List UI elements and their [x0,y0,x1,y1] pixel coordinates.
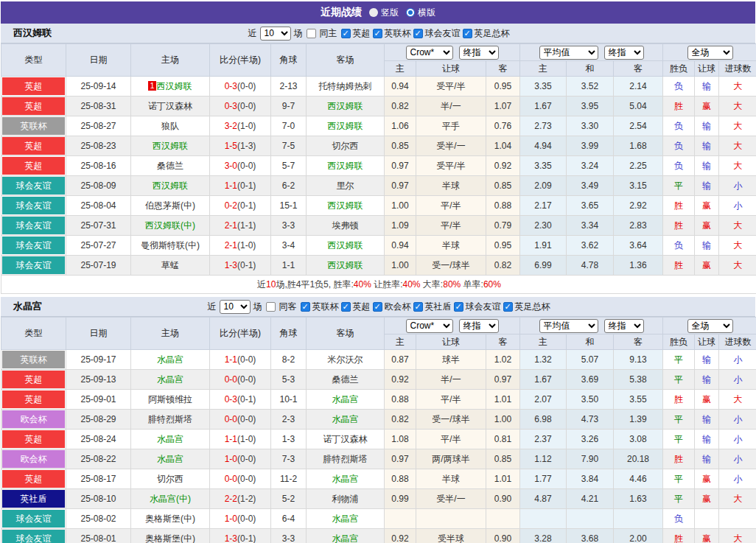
match-date: 25-08-02 [66,509,131,529]
fulltime-score: 2-1 [225,220,237,231]
summary-text: 让胜率: [371,279,403,290]
recent-count-select[interactable]: 10 [260,27,291,41]
away-team-name: 诺丁汉森林 [323,434,368,444]
handicap-away-odds: 0.82 [486,256,520,276]
home-team-name: 诺丁汉森林 [148,101,192,111]
subheader-result-handicap: 让球 [695,61,719,77]
away-team: 利物浦 [307,489,385,509]
away-team: 西汉姆联 [307,116,385,136]
match-date: 25-09-01 [66,390,131,410]
handicap-home-odds: 0.87 [385,350,416,370]
home-team-name: 曼彻斯特联(中) [141,240,200,251]
same-side-checkbox[interactable] [266,302,276,312]
match-row: 英超25-08-31诺丁汉森林0-3(0-0)9-7西汉姆联0.82半/一1.0… [1,97,756,116]
layout-option-vertical[interactable]: 竖版 [369,7,399,19]
home-team-name: 奥格斯堡(中) [145,514,195,524]
competition-badge: 英超 [2,390,65,408]
league-checkbox[interactable] [503,302,513,312]
recent-count-select[interactable]: 10 [220,300,251,314]
league-checkbox[interactable] [413,29,423,38]
handicap-line: 受平/半 [416,156,486,176]
avg-home-odds: 1.32 [520,350,567,370]
corner-score: 1-3 [271,430,307,449]
filter-bar: 水晶宫 近10场同客英联杯英超欧会杯英社盾球会友谊英足总杯 [1,297,755,317]
home-team: 腓特烈斯塔 [131,410,210,430]
home-team-name: 水晶宫 [157,454,183,464]
away-team: 米尔沃尔 [307,350,385,370]
corner-score: 6-2 [271,176,307,196]
odds-stage-select[interactable]: 终指 [459,46,499,60]
horizontal-radio-icon[interactable] [406,8,415,17]
league-checkbox[interactable] [341,29,351,38]
league-checkbox[interactable] [301,302,310,312]
odds-company-select[interactable]: Crow* [406,319,453,333]
home-team: 西汉姆联 [131,136,210,156]
avg-home-odds: 1.77 [520,469,567,489]
match-date: 25-08-16 [66,156,131,176]
fulltime-score: 2-2 [225,494,237,504]
league-checkbox[interactable] [463,29,472,38]
handicap-away-odds: 1.01 [486,390,520,410]
handicap-away-odds: 1.04 [486,136,520,156]
result-handicap: 赢 [695,196,719,216]
match-row: 球会友谊25-08-04伯恩茅斯(中)0-2(0-1)15-1西汉姆联1.00平… [1,196,756,216]
match-score: 0-0(0-0) [210,370,271,390]
match-row: 球会友谊25-08-09西汉姆联1-1(0-1)6-2里尔0.97半球0.852… [1,176,756,196]
match-date: 25-09-17 [66,350,131,370]
avg-home-odds: 3.28 [520,529,567,543]
league-checkbox[interactable] [341,302,351,312]
avg-odds-select[interactable]: 平均值 [539,46,598,60]
away-team: 水晶宫 [307,509,385,529]
match-row: 英联杯25-08-27狼队3-2(1-0)7-0西汉姆联1.06平手0.762.… [1,116,756,136]
scope-select[interactable]: 全场 [687,319,733,333]
result-goals: 大 [719,97,756,116]
corner-score: 8-2 [271,350,307,370]
away-team: 托特纳姆热刺 [307,77,385,97]
home-team-name: 切尔西 [157,474,183,484]
avg-home-odds: 1.91 [520,236,567,256]
avg-home-odds [520,509,567,529]
avg-away-odds: 2.54 [614,116,663,136]
league-label: 英联杯 [312,301,339,313]
match-row: 英超25-08-17切尔西0-0(0-0)11-2水晶宫0.88半球1.011.… [1,469,756,489]
result-goals: 小 [719,410,756,430]
halftime-score: (0-0) [237,101,256,111]
competition-badge: 球会友谊 [2,177,65,195]
home-team-name: 西汉姆联 [153,181,188,191]
vertical-radio-icon[interactable] [369,8,378,17]
away-team-name: 西汉姆联 [328,260,363,270]
match-competition: 球会友谊 [1,196,66,216]
odds-company-select[interactable]: Crow* [406,46,453,60]
avg-odds-select[interactable]: 平均值 [539,319,598,333]
competition-badge: 英超 [2,137,65,155]
halftime-score: (0-1) [237,533,256,543]
avg-draw-odds: 3.34 [567,216,614,236]
subheader-handicap-home: 主 [385,334,416,350]
league-checkbox[interactable] [373,29,382,38]
scope-select[interactable]: 全场 [687,46,733,60]
handicap-line: 受半/一 [416,489,486,509]
match-competition: 英超 [1,136,66,156]
same-side-checkbox[interactable] [307,29,316,38]
fulltime-score: 0-0 [225,374,237,385]
match-row: 球会友谊25-07-19草蜢1-3(0-1)1-1西汉姆联1.00受一/球半0.… [1,256,756,276]
league-checkbox[interactable] [413,302,423,312]
col-header-home: 主场 [131,318,210,350]
scope-select-group: 全场 [663,318,756,334]
result-handicap: 输 [695,410,719,430]
away-team: 西汉姆联 [307,97,385,116]
odds-stage-select[interactable]: 终指 [459,319,499,333]
avg-stage-select[interactable]: 终指 [604,319,644,333]
handicap-home-odds: 0.97 [385,156,416,176]
match-row: 欧会杯25-08-29腓特烈斯塔0-0(0-0)2-3水晶宫0.82受一/球半1… [1,410,756,430]
fulltime-score: 1-0 [225,454,237,464]
avg-stage-select[interactable]: 终指 [604,46,644,60]
top-bar: 近期战绩 竖版 横版 [1,1,755,24]
league-checkbox[interactable] [373,302,382,312]
avg-draw-odds: 7.90 [567,449,614,469]
result-wdl: 胜 [663,529,695,543]
layout-option-horizontal[interactable]: 横版 [406,7,435,19]
competition-badge: 球会友谊 [2,237,65,254]
result-handicap: 输 [695,430,719,449]
league-checkbox[interactable] [454,302,463,312]
